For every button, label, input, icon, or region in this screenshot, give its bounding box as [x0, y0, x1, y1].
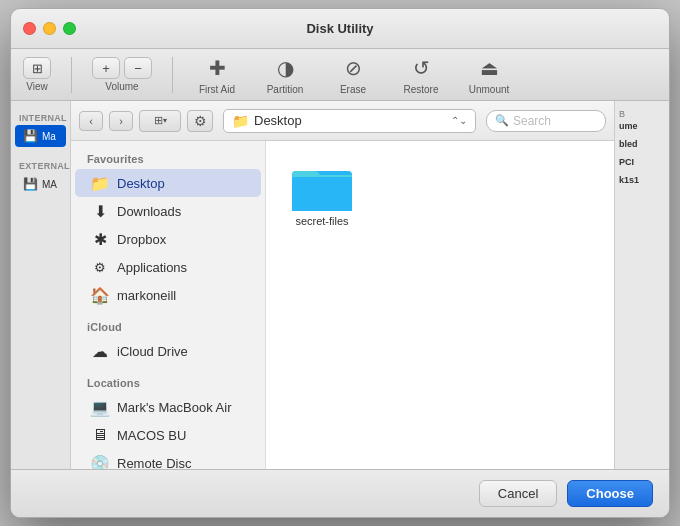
info-umes-label: ume	[619, 121, 665, 131]
first-aid-button[interactable]: ✚ First Aid	[193, 54, 241, 95]
disk-icon-internal: 💾	[23, 129, 38, 143]
main-toolbar: ⊞ View + − Volume ✚ First Aid ◑ Partitio…	[11, 49, 669, 101]
search-icon: 🔍	[495, 114, 509, 127]
drive-icon: 🖥	[91, 426, 109, 444]
maximize-button[interactable]	[63, 22, 76, 35]
view-button[interactable]: ⊞	[23, 57, 51, 79]
location-text: 📁 Desktop	[232, 113, 302, 129]
window-controls	[23, 22, 76, 35]
sidebar-item-macbook[interactable]: 💻 Mark's MacBook Air	[75, 393, 261, 421]
restore-icon: ↺	[407, 54, 435, 82]
sidebar-item-desktop[interactable]: 📁 Desktop	[75, 169, 261, 197]
restore-label: Restore	[403, 84, 438, 95]
search-bar[interactable]: 🔍 Search	[486, 110, 606, 132]
disk-icon-external: 💾	[23, 177, 38, 191]
view-toggle-button[interactable]: ⊞ ▾	[139, 110, 181, 132]
sidebar-remote-disc-label: Remote Disc	[117, 456, 191, 470]
sidebar-macbook-label: Mark's MacBook Air	[117, 400, 231, 415]
grid-view-icon: ⊞	[154, 114, 163, 127]
sidebar-markoneill-label: markoneill	[117, 288, 176, 303]
sidebar-downloads-label: Downloads	[117, 204, 181, 219]
close-button[interactable]	[23, 22, 36, 35]
first-aid-icon: ✚	[203, 54, 231, 82]
partition-label: Partition	[267, 84, 304, 95]
add-volume-button[interactable]: +	[92, 57, 120, 79]
info-panel: B ume bled PCI k1s1	[614, 101, 669, 469]
home-icon: 🏠	[91, 286, 109, 304]
sidebar-applications-label: Applications	[117, 260, 187, 275]
file-item-name: secret-files	[295, 215, 348, 227]
minimize-button[interactable]	[43, 22, 56, 35]
locations-header: Locations	[71, 365, 265, 393]
sidebar-item-downloads[interactable]: ⬇ Downloads	[75, 197, 261, 225]
sidebar-macos-bu-label: MACOS BU	[117, 428, 186, 443]
folder-icon: 📁	[232, 113, 249, 129]
sidebar-dropbox-label: Dropbox	[117, 232, 166, 247]
sidebar-desktop-label: Desktop	[117, 176, 165, 191]
disk-list-panel: Internal 💾 Ma External 💾 MA	[11, 101, 71, 469]
folder-icon-large	[292, 161, 352, 211]
favourites-header: Favourites	[71, 141, 265, 169]
titlebar: Disk Utility	[11, 9, 669, 49]
sidebar-item-icloud-drive[interactable]: ☁ iCloud Drive	[75, 337, 261, 365]
icloud-header: iCloud	[71, 309, 265, 337]
file-grid: secret-files	[282, 157, 598, 231]
file-browser: ‹ › ⊞ ▾ ⚙ 📁 Desktop ⌃⌄	[71, 101, 614, 469]
sidebar-item-applications[interactable]: ⚙ Applications	[75, 253, 261, 281]
sidebar-item-dropbox[interactable]: ✱ Dropbox	[75, 225, 261, 253]
remove-volume-button[interactable]: −	[124, 57, 152, 79]
sidebar-item-remote-disc[interactable]: 💿 Remote Disc	[75, 449, 261, 469]
internal-section-label: Internal	[11, 109, 70, 125]
disk-item-external-label: MA	[42, 179, 57, 190]
action-button[interactable]: ⚙	[187, 110, 213, 132]
sidebar-item-markoneill[interactable]: 🏠 markoneill	[75, 281, 261, 309]
file-item-secret-files[interactable]: secret-files	[282, 157, 362, 231]
erase-label: Erase	[340, 84, 366, 95]
sidebar-icloud-label: iCloud Drive	[117, 344, 188, 359]
info-b-label: B	[619, 109, 665, 119]
disk-item-internal-ma[interactable]: 💾 Ma	[15, 125, 66, 147]
partition-icon: ◑	[271, 54, 299, 82]
view-group: ⊞ View	[23, 57, 51, 92]
bottom-bar: Cancel Choose	[11, 469, 669, 517]
browser-toolbar: ‹ › ⊞ ▾ ⚙ 📁 Desktop ⌃⌄	[71, 101, 614, 141]
main-content: Internal 💾 Ma External 💾 MA ‹ › ⊞	[11, 101, 669, 469]
disk-item-external-ma[interactable]: 💾 MA	[15, 173, 66, 195]
location-bar[interactable]: 📁 Desktop ⌃⌄	[223, 109, 476, 133]
toolbar-divider-1	[71, 57, 72, 93]
external-section-label: External	[11, 157, 70, 173]
info-k1s1-label: k1s1	[619, 175, 665, 185]
location-name: Desktop	[254, 113, 302, 128]
restore-button[interactable]: ↺ Restore	[397, 54, 445, 95]
disc-icon: 💿	[91, 454, 109, 469]
volume-label: Volume	[105, 81, 138, 92]
volume-group: + − Volume	[92, 57, 152, 92]
info-pci-label: PCI	[619, 157, 665, 167]
info-bled-label: bled	[619, 139, 665, 149]
applications-icon: ⚙	[91, 258, 109, 276]
forward-button[interactable]: ›	[109, 111, 133, 131]
browser-area: ‹ › ⊞ ▾ ⚙ 📁 Desktop ⌃⌄	[71, 101, 669, 469]
icloud-icon: ☁	[91, 342, 109, 360]
unmount-icon: ⏏	[475, 54, 503, 82]
location-arrows-icon: ⌃⌄	[451, 115, 467, 126]
chevron-down-icon: ▾	[163, 116, 167, 125]
sidebar-item-macos-bu[interactable]: 🖥 MACOS BU	[75, 421, 261, 449]
partition-button[interactable]: ◑ Partition	[261, 54, 309, 95]
file-content-area: secret-files	[266, 141, 614, 469]
laptop-icon: 💻	[91, 398, 109, 416]
search-placeholder: Search	[513, 114, 551, 128]
dropbox-icon: ✱	[91, 230, 109, 248]
disk-item-internal-label: Ma	[42, 131, 56, 142]
file-sidebar: Favourites 📁 Desktop ⬇ Downloads ✱ Dropb…	[71, 141, 266, 469]
unmount-label: Unmount	[469, 84, 510, 95]
window-title: Disk Utility	[306, 21, 373, 36]
choose-button[interactable]: Choose	[567, 480, 653, 507]
main-window: Disk Utility ⊞ View + − Volume ✚ First A…	[10, 8, 670, 518]
unmount-button[interactable]: ⏏ Unmount	[465, 54, 513, 95]
cancel-button[interactable]: Cancel	[479, 480, 557, 507]
erase-button[interactable]: ⊘ Erase	[329, 54, 377, 95]
svg-rect-1	[292, 177, 352, 211]
first-aid-label: First Aid	[199, 84, 235, 95]
back-button[interactable]: ‹	[79, 111, 103, 131]
